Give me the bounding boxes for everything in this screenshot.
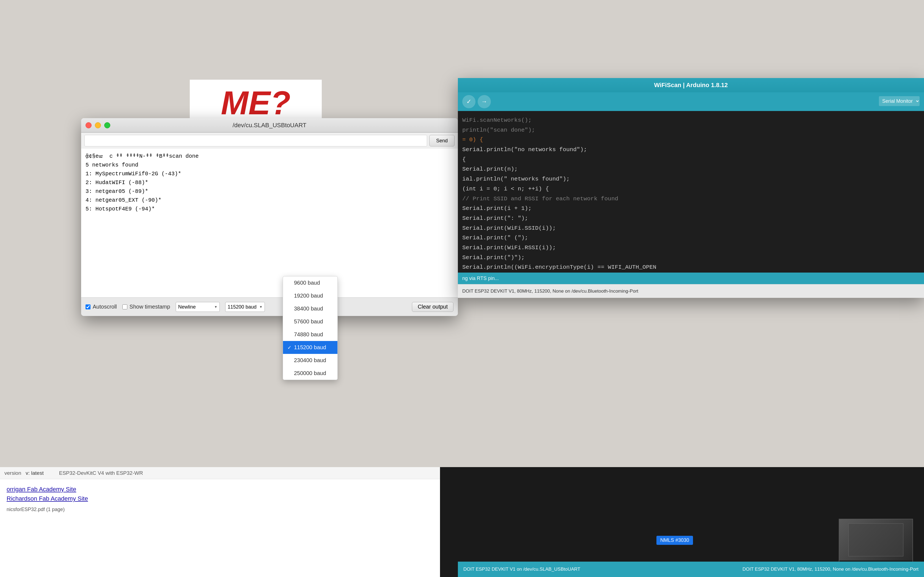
baud-option-38400[interactable]: 38400 baud: [283, 302, 338, 315]
arduino-window-title: WiFiScan | Arduino 1.8.12: [654, 82, 728, 89]
nmls-badge: NMLS #3030: [656, 536, 693, 545]
serial-message-input[interactable]: [84, 135, 427, 147]
browser-board-label: ESP32-DevKitC V4 with ESP32-WR: [59, 470, 143, 476]
serial-input-row: Send: [81, 132, 458, 149]
baud-option-115200[interactable]: ✓ 115200 baud: [283, 341, 338, 354]
browser-version-label: version: [5, 470, 21, 476]
arduino-status-board: DOIT ESP32 DEVKIT V1 on /dev/cu.SLAB_USB…: [464, 567, 580, 572]
serial-window-title: /dev/cu.SLAB_USBtoUART: [233, 122, 307, 129]
close-button[interactable]: [86, 122, 92, 128]
baud-option-74880[interactable]: 74880 baud: [283, 328, 338, 341]
serial-output-area: ᾷ¢§eᵫ c ᶲᶲ ᶲᶲᶲᶲN-ᶲᶲ ᶲBᶲᶲscan done 5 netw…: [81, 149, 458, 297]
arduino-board-status: DOIT ESP32 DEVKIT V1, 80MHz, 115200, Non…: [462, 288, 638, 294]
browser-pdf-label: nicsforESP32.pdf (1 page): [6, 507, 433, 513]
autoscroll-checkbox[interactable]: [86, 305, 90, 309]
arduino-status-right: DOIT ESP32 DEVKIT V1, 80MHz, 115200, Non…: [743, 567, 919, 572]
arduino-bottom-status: DOIT ESP32 DEVKIT V1 on /dev/cu.SLAB_USB…: [458, 562, 924, 577]
show-timestamp-checkbox[interactable]: [123, 305, 127, 309]
baud-option-230400[interactable]: 230400 baud: [283, 354, 338, 367]
baud-option-250000[interactable]: 250000 baud: [283, 367, 338, 380]
serial-output-text: ᾷ¢§eᵫ c ᶲᶲ ᶲᶲᶲᶲN-ᶲᶲ ᶲBᶲᶲscan done 5 netw…: [86, 152, 454, 213]
newline-select[interactable]: Newline No line ending Carriage return B…: [176, 302, 220, 312]
arduino-titlebar: WiFiScan | Arduino 1.8.12: [458, 78, 924, 92]
me-banner-title: ME?: [221, 86, 291, 119]
screenshot-preview: [839, 519, 913, 561]
browser-content: orrigan Fab Academy Site Richardson Fab …: [0, 479, 440, 517]
baud-option-9600[interactable]: 9600 baud: [283, 276, 338, 289]
baud-select-wrapper: 9600 baud 19200 baud 38400 baud 57600 ba…: [225, 302, 265, 312]
taskbar-area: version v: latest ESP32-DevKitC V4 with …: [0, 467, 924, 577]
serial-bottom-bar: Autoscroll Show timestamp Newline No lin…: [81, 297, 458, 316]
autoscroll-label: Autoscroll: [86, 304, 117, 310]
serial-titlebar: /dev/cu.SLAB_USBtoUART: [81, 118, 458, 132]
serial-send-button[interactable]: Send: [429, 135, 455, 147]
serial-monitor-window: /dev/cu.SLAB_USBtoUART Send ᾷ¢§eᵫ c ᶲᶲ ᶲ…: [81, 118, 458, 316]
verify-button[interactable]: ✓: [462, 95, 475, 108]
arduino-status-bar: DOIT ESP32 DEVKIT V1, 80MHz, 115200, Non…: [458, 284, 924, 298]
arduino-toolbar: ✓ → Serial Monitor: [458, 92, 924, 111]
arduino-ide-window: WiFiScan | Arduino 1.8.12 ✓ → Serial Mon…: [458, 78, 924, 298]
newline-select-wrapper: Newline No line ending Carriage return B…: [176, 302, 220, 312]
show-timestamp-label: Show timestamp: [123, 304, 170, 310]
clear-output-button[interactable]: Clear output: [412, 302, 454, 312]
traffic-lights: [86, 122, 110, 128]
upload-button[interactable]: →: [478, 95, 491, 108]
arduino-code-area: WiFi.scanNetworks(); println("scan done"…: [458, 111, 924, 272]
baud-option-57600[interactable]: 57600 baud: [283, 315, 338, 328]
browser-version-value: v: latest: [26, 470, 44, 476]
browser-window: version v: latest ESP32-DevKitC V4 with …: [0, 467, 440, 577]
serial-monitor-dropdown[interactable]: Serial Monitor: [879, 96, 919, 106]
baud-dropdown-menu: 9600 baud 19200 baud 38400 baud 57600 ba…: [283, 276, 338, 380]
browser-link-2[interactable]: Richardson Fab Academy Site: [6, 495, 433, 502]
screenshot-img: [848, 524, 903, 556]
browser-nav-bar: version v: latest ESP32-DevKitC V4 with …: [0, 467, 440, 479]
maximize-button[interactable]: [104, 122, 110, 128]
baud-option-19200[interactable]: 19200 baud: [283, 289, 338, 302]
arduino-serial-output: ng via RTS pin...: [458, 272, 924, 284]
minimize-button[interactable]: [95, 122, 101, 128]
baud-rate-select[interactable]: 9600 baud 19200 baud 38400 baud 57600 ba…: [225, 302, 265, 312]
browser-link-1[interactable]: orrigan Fab Academy Site: [6, 486, 433, 493]
